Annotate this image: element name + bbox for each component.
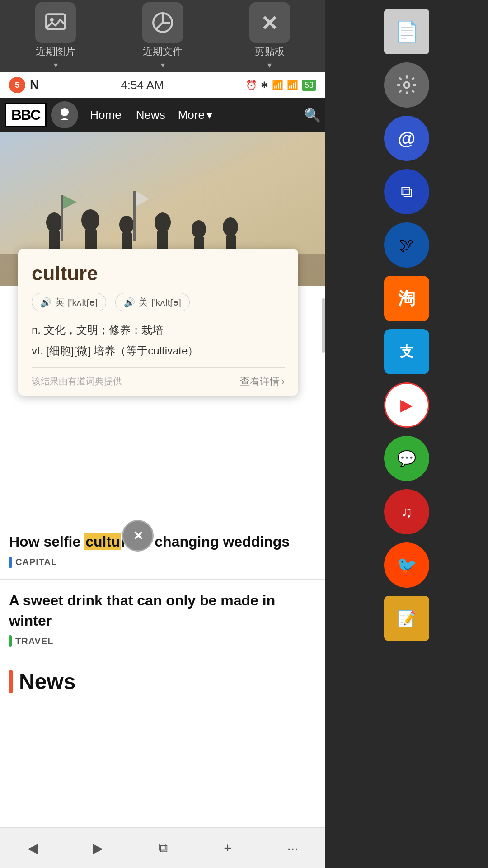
menu-icon: ··· bbox=[287, 840, 298, 856]
alarm-icon: ⏰ bbox=[246, 80, 257, 90]
dict-phonetics: 🔊 英 ['kʌltʃə] 🔊 美 ['kʌltʃə] bbox=[32, 293, 285, 311]
sidebar-taobao-icon[interactable]: 淘 bbox=[384, 276, 429, 321]
notification-app-icon: N bbox=[30, 78, 39, 92]
speaker-en-icon: 🔊 bbox=[40, 297, 52, 308]
article-1-title: How selfie culture is changing weddings bbox=[9, 532, 316, 552]
svg-point-18 bbox=[155, 212, 171, 232]
sidebar-weibo-icon[interactable]: 🐦 bbox=[384, 542, 429, 588]
svg-point-8 bbox=[46, 212, 62, 232]
scroll-indicator[interactable] bbox=[322, 298, 325, 353]
dict-def-vt: vt. [细胞][微] 培养（等于cultivate） bbox=[32, 342, 285, 359]
dictionary-popup: culture 🔊 英 ['kʌltʃə] 🔊 美 ['kʌltʃə] n. 文… bbox=[18, 249, 298, 396]
phonetic-us-text: ['kʌltʃə] bbox=[151, 297, 181, 308]
news-bar bbox=[9, 670, 13, 693]
recent-files-label: 近期文件 bbox=[143, 45, 183, 58]
clipboard-icon bbox=[249, 2, 290, 43]
svg-point-1 bbox=[50, 18, 54, 22]
news-heading: News bbox=[19, 669, 75, 694]
tabs-icon: ⧉ bbox=[158, 840, 168, 856]
article-1-title-after: is changing weddings bbox=[139, 533, 290, 550]
phonetic-us-label: 美 bbox=[139, 296, 148, 308]
back-icon: ◀ bbox=[28, 840, 38, 856]
tabs-button[interactable]: ⧉ bbox=[147, 835, 178, 862]
sidebar-fast-icon[interactable]: 🕊 bbox=[384, 222, 429, 268]
right-sidebar: 📄 @ ⧉ 🕊 淘 支 ▶ 💬 ♫ 🐦 📝 bbox=[325, 0, 488, 868]
clipboard-label: 剪贴板 bbox=[255, 45, 285, 58]
add-tab-button[interactable]: + bbox=[212, 835, 244, 862]
bottom-nav: ◀ ▶ ⧉ + ··· bbox=[0, 827, 325, 868]
article-2-title: A sweet drink that can only be made in w… bbox=[9, 590, 316, 631]
dict-detail-text: 查看详情 bbox=[240, 375, 280, 388]
battery-level: 53 bbox=[302, 80, 316, 91]
sidebar-settings-icon[interactable] bbox=[384, 62, 429, 108]
article-1-category-bar bbox=[9, 557, 12, 568]
bluetooth-icon: ✱ bbox=[261, 80, 268, 90]
phonetic-en-text: ['kʌltʃə] bbox=[68, 297, 98, 308]
sidebar-wechat-icon[interactable]: 💬 bbox=[384, 436, 429, 481]
article-item-1[interactable]: How selfie culture is changing weddings … bbox=[0, 521, 325, 580]
bbc-talk-icon[interactable] bbox=[51, 101, 78, 128]
svg-rect-10 bbox=[61, 195, 63, 241]
main-content: 5 N 4:54 AM ⏰ ✱ 📶 📶 53 BBC Home News Mor… bbox=[0, 72, 325, 868]
speaker-us-icon: 🔊 bbox=[124, 297, 135, 308]
status-left: 5 N bbox=[9, 77, 39, 93]
dict-detail-arrow: › bbox=[282, 376, 285, 387]
article-2-category-text: TRAVEL bbox=[15, 636, 54, 646]
svg-point-20 bbox=[192, 220, 206, 238]
toolbar-recent-images[interactable]: 近期图片 ▾ bbox=[5, 2, 107, 70]
dict-detail-btn[interactable]: 查看详情 › bbox=[240, 375, 285, 388]
recent-files-arrow: ▾ bbox=[161, 60, 165, 70]
back-button[interactable]: ◀ bbox=[17, 835, 48, 862]
status-icons: ⏰ ✱ 📶 📶 53 bbox=[246, 80, 316, 91]
sidebar-alipay-icon[interactable]: 支 bbox=[384, 329, 429, 374]
recent-files-icon bbox=[142, 2, 183, 43]
phonetic-us-btn[interactable]: 🔊 美 ['kʌltʃə] bbox=[115, 293, 190, 311]
dict-definition: n. 文化，文明；修养；栽培 vt. [细胞][微] 培养（等于cultivat… bbox=[32, 321, 285, 360]
bbc-navbar: BBC Home News More ▾ 🔍 bbox=[0, 98, 325, 132]
article-2-category: TRAVEL bbox=[9, 635, 316, 647]
sidebar-video-icon[interactable]: ▶ bbox=[384, 382, 429, 428]
article-1-category-text: CAPITAL bbox=[15, 557, 57, 567]
status-bar: 5 N 4:54 AM ⏰ ✱ 📶 📶 53 bbox=[0, 72, 325, 98]
add-icon: + bbox=[224, 840, 232, 856]
phonetic-en-label: 英 bbox=[55, 296, 64, 308]
sidebar-file-icon[interactable]: 📄 bbox=[384, 9, 429, 54]
nav-news[interactable]: News bbox=[129, 108, 173, 122]
signal-icon: 📶 bbox=[287, 80, 298, 90]
status-time: 4:54 AM bbox=[121, 78, 164, 92]
nav-search-icon[interactable]: 🔍 bbox=[304, 107, 321, 123]
forward-button[interactable]: ▶ bbox=[82, 835, 113, 862]
article-item-2[interactable]: A sweet drink that can only be made in w… bbox=[0, 580, 325, 659]
news-section: News bbox=[0, 658, 325, 694]
notification-badge: 5 bbox=[9, 77, 25, 93]
article-2-category-bar bbox=[9, 635, 12, 647]
dict-word: culture bbox=[32, 262, 285, 285]
clipboard-arrow: ▾ bbox=[267, 60, 272, 70]
nav-more-label: More bbox=[178, 108, 205, 122]
dict-def-n: n. 文化，文明；修养；栽培 bbox=[32, 321, 285, 339]
recent-images-arrow: ▾ bbox=[54, 60, 58, 70]
svg-point-22 bbox=[223, 217, 238, 236]
menu-button[interactable]: ··· bbox=[277, 835, 309, 862]
close-button[interactable]: ✕ bbox=[122, 520, 154, 552]
dict-source: 该结果由有道词典提供 bbox=[32, 375, 122, 387]
sidebar-music-icon[interactable]: ♫ bbox=[384, 489, 429, 534]
toolbar-recent-files[interactable]: 近期文件 ▾ bbox=[112, 2, 214, 70]
recent-images-icon bbox=[35, 2, 76, 43]
article-1-title-before: How selfie bbox=[9, 533, 84, 550]
dict-footer: 该结果由有道词典提供 查看详情 › bbox=[32, 367, 285, 396]
sidebar-note-icon[interactable]: 📝 bbox=[384, 596, 429, 641]
bbc-logo[interactable]: BBC bbox=[5, 103, 47, 127]
article-1-title-highlight: cultu bbox=[84, 533, 121, 550]
nav-more-arrow: ▾ bbox=[206, 108, 212, 122]
close-icon: ✕ bbox=[133, 528, 143, 543]
nav-home[interactable]: Home bbox=[83, 108, 128, 122]
sidebar-at-icon[interactable]: @ bbox=[384, 116, 429, 161]
nav-more[interactable]: More ▾ bbox=[173, 108, 218, 122]
toolbar-clipboard[interactable]: 剪贴板 ▾ bbox=[218, 2, 321, 70]
wifi-icon: 📶 bbox=[272, 80, 283, 90]
phonetic-en-btn[interactable]: 🔊 英 ['kʌltʃə] bbox=[32, 293, 106, 311]
svg-point-5 bbox=[404, 82, 410, 88]
sidebar-duplicate-icon[interactable]: ⧉ bbox=[384, 169, 429, 214]
svg-point-12 bbox=[81, 209, 99, 231]
